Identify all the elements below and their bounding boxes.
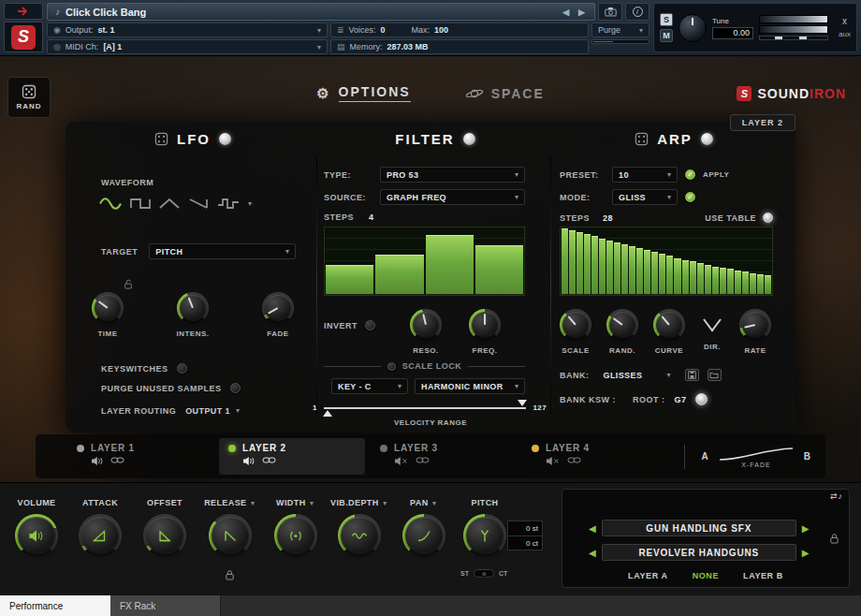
st-ct-switch[interactable]: ST CT [460,569,507,578]
use-table-toggle[interactable] [763,213,773,223]
bank-dropdown[interactable]: GLISSES ▾ [598,367,677,383]
purge-menu[interactable]: Purge ▾ [591,22,649,37]
tab-options[interactable]: ⚙ OPTIONS [316,84,410,102]
arp-mode-dropdown[interactable]: GLISS ▾ [612,189,678,205]
time-knob[interactable] [92,292,124,324]
vib-depth-knob[interactable] [338,514,381,557]
xfade-curve-icon[interactable]: X-FADE [716,445,796,469]
velocity-range-slider[interactable]: 1 127 [313,403,547,412]
dice-icon[interactable] [154,132,168,146]
master-volume-knob[interactable] [679,14,707,42]
prev-instrument-button[interactable]: ◀ [561,7,571,17]
st-ct-track[interactable] [474,569,494,578]
lfo-target-dropdown[interactable]: PITCH ▾ [149,243,296,259]
velocity-max-handle[interactable] [518,400,527,406]
width-knob[interactable] [274,514,317,557]
output-select[interactable]: ◉ Output: st. 1 ▾ [47,22,328,37]
lock-icon[interactable] [225,569,235,580]
link-icon[interactable] [416,456,430,464]
tab-fx-rack[interactable]: FX Rack [110,595,221,616]
pan-knob[interactable] [402,514,445,557]
apply-button[interactable]: ✓ [685,169,695,180]
filter-step-graph[interactable] [324,227,525,296]
next-preset-b-button[interactable]: ▶ [802,548,810,558]
none-label[interactable]: NONE [693,571,719,580]
frequency-knob[interactable] [469,309,501,341]
midi-channel-select[interactable]: ◎ MIDI Ch: [A] 1 ▾ [47,39,328,54]
next-preset-a-button[interactable]: ▶ [802,523,810,534]
link-icon[interactable] [262,456,276,464]
layer-4-tab[interactable]: LAYER 4 [522,438,668,475]
scale-type-dropdown[interactable]: HARMONIC MINOR ▾ [415,378,525,394]
intensity-knob[interactable] [177,292,209,324]
pitch-knob[interactable] [463,514,506,557]
arp-power-button[interactable] [701,133,713,145]
filter-steps-value[interactable]: 4 [369,213,373,222]
note-icon[interactable]: ♪ [839,491,844,501]
preset-nav-icons[interactable]: ⇄♪ [830,491,843,501]
triangle-wave-icon[interactable] [159,197,180,211]
dice-icon[interactable] [635,132,649,146]
mute-button[interactable]: M [660,29,673,42]
filter-source-dropdown[interactable]: GRAPH FREQ ▾ [380,189,525,205]
scale-lock-toggle[interactable] [387,362,396,371]
speaker-muted-icon[interactable] [546,456,561,466]
pitch-value-display[interactable]: 0 st 0 ct [507,521,543,550]
curve-knob[interactable] [653,309,685,341]
load-bank-button[interactable] [708,369,722,381]
chevron-down-icon[interactable]: ▼ [431,500,438,506]
speaker-on-icon[interactable] [91,456,104,466]
preset-b-pill[interactable]: REVOLVER HANDGUNS [602,544,796,561]
chevron-down-icon[interactable]: ▾ [248,199,252,208]
rate-knob[interactable] [739,309,771,341]
lfo-power-button[interactable] [219,133,231,145]
snapshot-camera-button[interactable] [598,3,622,21]
scale-key-dropdown[interactable]: KEY - C ▾ [331,378,408,394]
resonance-knob[interactable] [410,309,442,341]
xfade-control[interactable]: A X-FADE B [702,445,810,469]
link-icon[interactable] [110,456,124,464]
purge-unused-toggle[interactable] [230,383,241,393]
random-wave-icon[interactable] [217,197,240,211]
tab-performance[interactable]: Performance [0,595,110,616]
chevron-down-icon[interactable]: ▼ [382,500,388,506]
keyswitches-toggle[interactable] [177,363,187,374]
arp-steps-value[interactable]: 28 [603,213,613,223]
layer-a-label[interactable]: LAYER A [628,571,668,580]
save-bank-button[interactable] [685,369,699,381]
volume-slider[interactable] [759,36,828,40]
filter-type-dropdown[interactable]: PRO 53 ▾ [380,167,525,183]
sine-wave-icon[interactable] [99,197,122,211]
attack-knob[interactable] [79,514,122,557]
arp-preset-dropdown[interactable]: 10 ▾ [612,167,678,183]
volume-knob[interactable] [15,514,58,557]
offset-knob[interactable] [143,514,186,557]
direction-chevron-icon[interactable] [700,313,724,337]
tab-space[interactable]: SPACE [465,84,545,102]
preset-a-pill[interactable]: GUN HANDLING SFX [602,520,796,536]
solo-button[interactable]: S [660,13,673,26]
filter-power-button[interactable] [463,133,475,145]
root-keyswitch-toggle[interactable] [695,393,708,405]
layer-3-tab[interactable]: LAYER 3 [371,438,517,475]
instrument-title-bar[interactable]: ♪ Click Click Bang ◀ ▶ [47,3,595,21]
close-icon[interactable]: x [842,17,847,26]
prev-preset-b-button[interactable]: ◀ [589,548,596,558]
st-ct-handle[interactable] [481,571,488,578]
speaker-muted-icon[interactable] [394,456,409,466]
arp-table-graph[interactable] [560,227,773,296]
fade-knob[interactable] [262,292,294,324]
root-value[interactable]: G7 [675,395,687,404]
saw-wave-icon[interactable] [188,197,209,211]
chevron-down-icon[interactable]: ▼ [309,500,315,506]
speaker-on-icon[interactable] [242,456,255,466]
velocity-min-handle[interactable] [323,410,332,417]
layer-b-label[interactable]: LAYER B [743,571,783,580]
link-icon[interactable] [567,456,581,464]
next-instrument-button[interactable]: ▶ [576,7,587,17]
info-button[interactable]: i [625,3,649,21]
release-knob[interactable] [209,514,252,557]
pitch-semitones-value[interactable]: 0 st [508,521,542,535]
scale-knob[interactable] [560,309,591,341]
layer-routing-dropdown[interactable]: OUTPUT 1 ▾ [185,403,240,418]
